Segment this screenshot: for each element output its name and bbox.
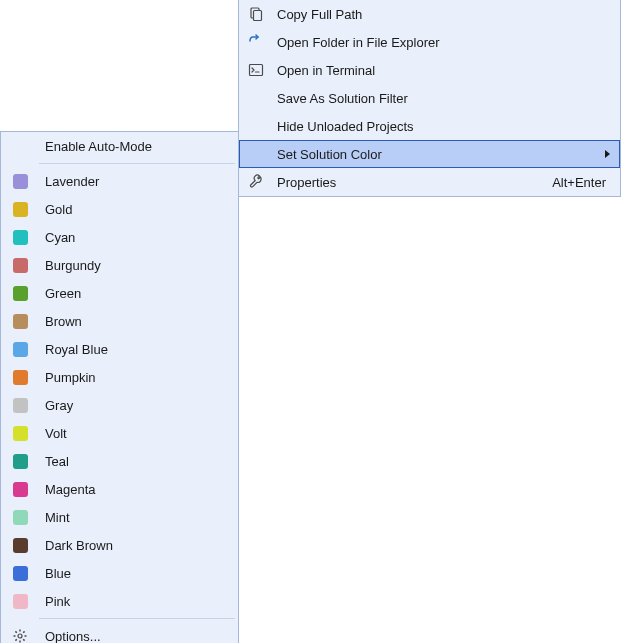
color-swatch-icon bbox=[1, 538, 39, 553]
menu-item-label: Copy Full Path bbox=[273, 7, 620, 22]
solution-color-submenu: Enable Auto-Mode LavenderGoldCyanBurgund… bbox=[0, 131, 239, 643]
context-menu: Copy Full Path Open Folder in File Explo… bbox=[238, 0, 621, 197]
menu-item-label: Properties bbox=[273, 175, 552, 190]
submenu-color-item[interactable]: Gray bbox=[1, 391, 238, 419]
copy-path-icon bbox=[239, 6, 273, 22]
submenu-color-item[interactable]: Burgundy bbox=[1, 251, 238, 279]
submenu-item-label: Burgundy bbox=[39, 258, 238, 273]
submenu-color-item[interactable]: Cyan bbox=[1, 223, 238, 251]
menu-item-shortcut: Alt+Enter bbox=[552, 175, 620, 190]
submenu-color-item[interactable]: Blue bbox=[1, 559, 238, 587]
wrench-icon bbox=[239, 174, 273, 190]
submenu-color-item[interactable]: Pumpkin bbox=[1, 363, 238, 391]
open-folder-icon bbox=[239, 34, 273, 50]
submenu-item-label: Lavender bbox=[39, 174, 238, 189]
menu-hide-unloaded[interactable]: Hide Unloaded Projects bbox=[239, 112, 620, 140]
gear-icon bbox=[1, 628, 39, 643]
submenu-options[interactable]: Options... bbox=[1, 622, 238, 643]
submenu-item-label: Royal Blue bbox=[39, 342, 238, 357]
submenu-item-label: Teal bbox=[39, 454, 238, 469]
submenu-color-item[interactable]: Royal Blue bbox=[1, 335, 238, 363]
submenu-color-item[interactable]: Gold bbox=[1, 195, 238, 223]
submenu-color-item[interactable]: Green bbox=[1, 279, 238, 307]
color-swatch-icon bbox=[1, 426, 39, 441]
separator bbox=[39, 163, 235, 164]
color-swatch-icon bbox=[1, 566, 39, 581]
submenu-item-label: Gray bbox=[39, 398, 238, 413]
color-swatch-icon bbox=[1, 370, 39, 385]
menu-item-label: Hide Unloaded Projects bbox=[273, 119, 620, 134]
menu-item-label: Open in Terminal bbox=[273, 63, 620, 78]
submenu-item-label: Magenta bbox=[39, 482, 238, 497]
submenu-arrow-icon bbox=[605, 150, 620, 158]
submenu-item-label: Cyan bbox=[39, 230, 238, 245]
submenu-item-label: Gold bbox=[39, 202, 238, 217]
submenu-color-item[interactable]: Magenta bbox=[1, 475, 238, 503]
menu-item-label: Save As Solution Filter bbox=[273, 91, 620, 106]
submenu-color-item[interactable]: Brown bbox=[1, 307, 238, 335]
menu-save-filter[interactable]: Save As Solution Filter bbox=[239, 84, 620, 112]
submenu-item-label: Pink bbox=[39, 594, 238, 609]
submenu-color-item[interactable]: Pink bbox=[1, 587, 238, 615]
color-swatch-icon bbox=[1, 230, 39, 245]
svg-point-4 bbox=[18, 634, 22, 638]
color-swatch-icon bbox=[1, 510, 39, 525]
submenu-item-label: Green bbox=[39, 286, 238, 301]
submenu-item-label: Options... bbox=[39, 629, 238, 644]
color-swatch-icon bbox=[1, 398, 39, 413]
menu-copy-full-path[interactable]: Copy Full Path bbox=[239, 0, 620, 28]
submenu-item-label: Dark Brown bbox=[39, 538, 238, 553]
submenu-enable-auto-mode[interactable]: Enable Auto-Mode bbox=[1, 132, 238, 160]
menu-item-label: Set Solution Color bbox=[273, 147, 605, 162]
svg-line-12 bbox=[15, 639, 16, 640]
submenu-color-item[interactable]: Teal bbox=[1, 447, 238, 475]
submenu-color-item[interactable]: Lavender bbox=[1, 167, 238, 195]
color-swatch-icon bbox=[1, 286, 39, 301]
color-swatch-icon bbox=[1, 202, 39, 217]
terminal-icon bbox=[239, 62, 273, 78]
color-swatch-icon bbox=[1, 482, 39, 497]
menu-open-folder[interactable]: Open Folder in File Explorer bbox=[239, 28, 620, 56]
submenu-item-label: Volt bbox=[39, 426, 238, 441]
submenu-item-label: Enable Auto-Mode bbox=[39, 139, 238, 154]
svg-line-11 bbox=[23, 631, 24, 632]
submenu-color-item[interactable]: Mint bbox=[1, 503, 238, 531]
svg-rect-1 bbox=[254, 11, 262, 21]
menu-item-label: Open Folder in File Explorer bbox=[273, 35, 620, 50]
svg-line-9 bbox=[15, 631, 16, 632]
color-swatch-icon bbox=[1, 314, 39, 329]
menu-set-solution-color[interactable]: Set Solution Color bbox=[239, 140, 620, 168]
menu-open-terminal[interactable]: Open in Terminal bbox=[239, 56, 620, 84]
color-swatch-icon bbox=[1, 454, 39, 469]
svg-line-10 bbox=[23, 639, 24, 640]
svg-rect-2 bbox=[250, 65, 263, 76]
submenu-item-label: Pumpkin bbox=[39, 370, 238, 385]
separator bbox=[39, 618, 235, 619]
submenu-item-label: Brown bbox=[39, 314, 238, 329]
submenu-item-label: Blue bbox=[39, 566, 238, 581]
submenu-color-item[interactable]: Dark Brown bbox=[1, 531, 238, 559]
color-swatch-icon bbox=[1, 174, 39, 189]
menu-properties[interactable]: Properties Alt+Enter bbox=[239, 168, 620, 196]
color-swatch-icon bbox=[1, 594, 39, 609]
submenu-color-item[interactable]: Volt bbox=[1, 419, 238, 447]
submenu-item-label: Mint bbox=[39, 510, 238, 525]
color-swatch-icon bbox=[1, 342, 39, 357]
color-swatch-icon bbox=[1, 258, 39, 273]
